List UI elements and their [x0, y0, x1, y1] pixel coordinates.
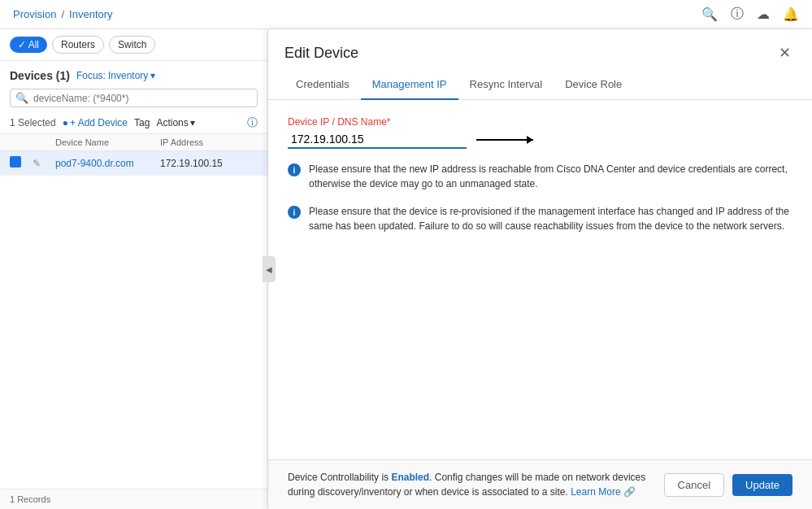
- info-box-1: i Please ensure that the new IP address …: [288, 162, 792, 191]
- modal-tabs: Credentials Management IP Resync Interva…: [268, 70, 812, 100]
- breadcrumb-provision[interactable]: Provision: [13, 8, 56, 20]
- focus-dropdown[interactable]: Focus: Inventory ▾: [76, 70, 155, 81]
- tab-management-ip[interactable]: Management IP: [361, 70, 458, 100]
- modal-body: Device IP / DNS Name* i Please ensure th…: [268, 100, 812, 459]
- breadcrumb: Provision / Inventory: [13, 8, 113, 20]
- actions-button[interactable]: Actions ▾: [156, 117, 194, 128]
- edit-icon[interactable]: ✎: [33, 158, 55, 169]
- ip-input-wrap: [288, 131, 792, 149]
- tag-button[interactable]: Tag: [134, 117, 150, 128]
- footer-buttons: Cancel Update: [664, 473, 792, 497]
- cancel-button[interactable]: Cancel: [664, 473, 724, 497]
- focus-prefix: Focus:: [76, 70, 106, 81]
- cloud-icon[interactable]: ☁: [757, 7, 770, 22]
- devices-header: Devices (1) Focus: Inventory ▾: [0, 61, 267, 85]
- top-bar-icons: 🔍 ⓘ ☁ 🔔: [701, 6, 799, 23]
- action-bar: 1 Selected ● + Add Device Tag Actions ▾ …: [0, 112, 267, 134]
- search-icon[interactable]: 🔍: [701, 7, 718, 22]
- info-dot-1: i: [288, 163, 301, 176]
- header-ip-address: IP Address: [160, 137, 258, 147]
- main-layout: ✓ All Routers Switch Devices (1) Focus: …: [0, 29, 812, 509]
- device-table: Device Name IP Address ✎ pod7-9400.dr.co…: [0, 134, 267, 489]
- add-device-label: + Add Device: [70, 117, 128, 128]
- left-panel: ✓ All Routers Switch Devices (1) Focus: …: [0, 29, 268, 509]
- edit-device-modal: Edit Device ✕ Credentials Management IP …: [268, 29, 812, 509]
- notification-icon[interactable]: 🔔: [783, 7, 799, 22]
- learn-more-link[interactable]: Learn More 🔗: [571, 486, 636, 498]
- left-footer: 1 Records: [0, 489, 267, 509]
- focus-value: Inventory: [108, 70, 148, 81]
- modal-title: Edit Device: [284, 45, 358, 62]
- header-device-name: Device Name: [55, 137, 160, 147]
- info-box-2: i Please ensure that the device is re-pr…: [288, 204, 792, 233]
- help-icon[interactable]: ⓘ: [731, 6, 744, 23]
- breadcrumb-separator: /: [61, 8, 64, 20]
- collapse-handle[interactable]: ◀: [263, 256, 276, 282]
- tab-device-role[interactable]: Device Role: [554, 70, 633, 100]
- device-ip: 172.19.100.15: [160, 158, 258, 169]
- search-input-wrap: 🔍: [10, 89, 258, 107]
- filter-routers-button[interactable]: Routers: [52, 36, 104, 54]
- footer-controllability-text: Device Controllability is Enabled. Confi…: [288, 470, 664, 499]
- actions-label: Actions: [156, 117, 188, 128]
- row-checkbox[interactable]: [10, 156, 33, 170]
- breadcrumb-inventory[interactable]: Inventory: [69, 8, 112, 20]
- collapse-icon: ◀: [266, 265, 272, 274]
- search-input[interactable]: [33, 93, 252, 104]
- device-name-link[interactable]: pod7-9400.dr.com: [55, 158, 160, 169]
- ip-dns-input[interactable]: [288, 131, 467, 149]
- table-row[interactable]: ✎ pod7-9400.dr.com 172.19.100.15: [0, 151, 267, 176]
- field-label: Device IP / DNS Name*: [288, 116, 792, 128]
- arrow-indicator: [476, 139, 533, 141]
- modal-header: Edit Device ✕: [268, 29, 812, 63]
- close-button[interactable]: ✕: [774, 42, 796, 63]
- filter-all-button[interactable]: ✓ All: [10, 37, 47, 53]
- update-button[interactable]: Update: [732, 474, 792, 496]
- selected-label: 1 Selected: [10, 117, 56, 128]
- info-dot-2: i: [288, 206, 301, 219]
- info-icon[interactable]: ⓘ: [247, 115, 258, 130]
- required-star: *: [387, 116, 391, 128]
- table-header: Device Name IP Address: [0, 134, 267, 151]
- actions-chevron-icon: ▾: [190, 117, 195, 128]
- filter-bar: ✓ All Routers Switch: [0, 29, 267, 61]
- field-label-text: Device IP / DNS Name: [288, 116, 387, 128]
- footer-pre-text: Device Controllability is: [288, 472, 391, 483]
- footer-enabled-text: Enabled: [391, 472, 429, 483]
- tab-credentials[interactable]: Credentials: [284, 70, 361, 100]
- add-device-icon: ●: [63, 117, 68, 128]
- top-bar: Provision / Inventory 🔍 ⓘ ☁ 🔔: [0, 0, 812, 29]
- info-text-2: Please ensure that the device is re-prov…: [309, 204, 792, 233]
- arrow-line: [476, 139, 533, 141]
- records-count: 1 Records: [10, 494, 50, 504]
- filter-switch-button[interactable]: Switch: [109, 36, 155, 54]
- devices-title: Devices (1): [10, 69, 70, 82]
- header-checkbox-col: [10, 137, 33, 147]
- search-bar: 🔍: [0, 85, 267, 112]
- modal-footer: Device Controllability is Enabled. Confi…: [268, 459, 812, 509]
- header-edit-col: [33, 137, 55, 147]
- add-device-button[interactable]: ● + Add Device: [63, 117, 128, 128]
- tab-resync-interval[interactable]: Resync Interval: [458, 70, 554, 100]
- search-magnifier-icon: 🔍: [15, 92, 28, 104]
- info-text-1: Please ensure that the new IP address is…: [309, 162, 792, 191]
- chevron-down-icon: ▾: [150, 70, 155, 81]
